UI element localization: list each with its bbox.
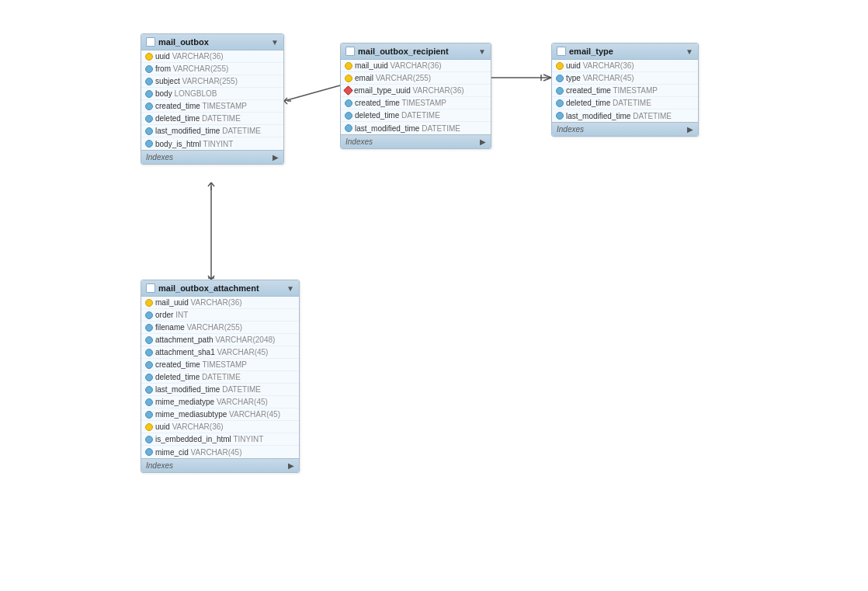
circle-icon bbox=[145, 65, 153, 73]
table-row[interactable]: uuid VARCHAR(36) bbox=[141, 421, 299, 433]
circle-icon bbox=[145, 411, 153, 419]
footer-label: Indexes bbox=[557, 125, 584, 134]
circle-icon bbox=[145, 336, 153, 344]
table-header-mail-outbox[interactable]: mail_outbox ▼ bbox=[141, 34, 283, 50]
key-icon bbox=[556, 62, 564, 70]
table-row[interactable]: created_time TIMESTAMP bbox=[141, 100, 283, 113]
table-mail-outbox[interactable]: mail_outbox ▼ uuid VARCHAR(36) from VARC… bbox=[141, 33, 284, 165]
table-footer-email-type[interactable]: Indexes ▶ bbox=[552, 122, 698, 136]
table-row[interactable]: mime_mediasubtype VARCHAR(45) bbox=[141, 408, 299, 421]
diagram-canvas: mail_outbox ▼ uuid VARCHAR(36) from VARC… bbox=[0, 0, 868, 591]
table-row[interactable]: created_time TIMESTAMP bbox=[341, 97, 491, 110]
table-row[interactable]: deleted_time DATETIME bbox=[141, 371, 299, 384]
table-row[interactable]: order INT bbox=[141, 309, 299, 322]
circle-icon bbox=[145, 78, 153, 85]
circle-icon bbox=[556, 87, 564, 95]
table-mail-outbox-attachment[interactable]: mail_outbox_attachment ▼ mail_uuid VARCH… bbox=[141, 280, 300, 473]
table-row[interactable]: deleted_time DATETIME bbox=[341, 110, 491, 122]
circle-icon bbox=[145, 140, 153, 148]
table-row[interactable]: attachment_path VARCHAR(2048) bbox=[141, 334, 299, 346]
table-title-mail-outbox-recipient: mail_outbox_recipient bbox=[358, 47, 475, 56]
circle-icon bbox=[145, 127, 153, 135]
table-row[interactable]: uuid VARCHAR(36) bbox=[552, 60, 698, 72]
table-body-mail-outbox-recipient: mail_uuid VARCHAR(36) email VARCHAR(255)… bbox=[341, 60, 491, 134]
field-text: body_is_html TINYINT bbox=[155, 140, 233, 148]
table-row[interactable]: last_modified_time DATETIME bbox=[141, 384, 299, 396]
table-row[interactable]: created_time TIMESTAMP bbox=[552, 85, 698, 97]
footer-expand-icon[interactable]: ▶ bbox=[480, 137, 486, 146]
table-row[interactable]: created_time TIMESTAMP bbox=[141, 359, 299, 371]
table-header-mail-outbox-attachment[interactable]: mail_outbox_attachment ▼ bbox=[141, 280, 299, 297]
table-row[interactable]: mail_uuid VARCHAR(36) bbox=[341, 60, 491, 72]
circle-icon bbox=[556, 75, 564, 82]
table-row[interactable]: body_is_html TINYINT bbox=[141, 137, 283, 150]
table-row[interactable]: last_modified_time DATETIME bbox=[552, 110, 698, 122]
table-title-mail-outbox: mail_outbox bbox=[158, 37, 268, 47]
circle-icon bbox=[145, 398, 153, 406]
field-text: deleted_time DATETIME bbox=[566, 99, 651, 107]
table-row[interactable]: uuid VARCHAR(36) bbox=[141, 50, 283, 63]
table-footer-mail-outbox[interactable]: Indexes ▶ bbox=[141, 150, 283, 164]
field-text: created_time TIMESTAMP bbox=[355, 99, 446, 107]
key-icon bbox=[145, 53, 153, 61]
field-text: order INT bbox=[155, 311, 188, 319]
table-footer-mail-outbox-attachment[interactable]: Indexes ▶ bbox=[141, 458, 299, 472]
table-row[interactable]: deleted_time DATETIME bbox=[141, 113, 283, 125]
table-body-mail-outbox-attachment: mail_uuid VARCHAR(36) order INT filename… bbox=[141, 297, 299, 458]
footer-label: Indexes bbox=[146, 461, 173, 470]
table-footer-mail-outbox-recipient[interactable]: Indexes ▶ bbox=[341, 134, 491, 148]
svg-line-1 bbox=[284, 98, 287, 101]
table-arrow-mail-outbox[interactable]: ▼ bbox=[271, 38, 279, 47]
circle-icon bbox=[145, 361, 153, 369]
table-row[interactable]: mime_cid VARCHAR(45) bbox=[141, 446, 299, 458]
field-text: deleted_time DATETIME bbox=[155, 373, 241, 381]
table-row[interactable]: last_modified_time DATETIME bbox=[141, 125, 283, 137]
table-header-mail-outbox-recipient[interactable]: mail_outbox_recipient ▼ bbox=[341, 43, 491, 60]
field-text: mime_cid VARCHAR(45) bbox=[155, 448, 242, 457]
table-row[interactable]: email VARCHAR(255) bbox=[341, 72, 491, 85]
footer-expand-icon[interactable]: ▶ bbox=[687, 125, 693, 134]
table-arrow-mail-outbox-recipient[interactable]: ▼ bbox=[478, 47, 486, 56]
table-mail-outbox-recipient[interactable]: mail_outbox_recipient ▼ mail_uuid VARCHA… bbox=[340, 43, 491, 149]
table-icon-mail-outbox-recipient bbox=[345, 47, 355, 56]
svg-line-6 bbox=[543, 78, 551, 81]
table-email-type[interactable]: email_type ▼ uuid VARCHAR(36) type VARCH… bbox=[551, 43, 699, 137]
circle-icon bbox=[345, 99, 352, 107]
footer-expand-icon[interactable]: ▶ bbox=[288, 461, 294, 470]
field-text: body LONGBLOB bbox=[155, 89, 217, 98]
circle-icon bbox=[345, 124, 352, 132]
key-icon bbox=[345, 62, 352, 70]
table-row[interactable]: deleted_time DATETIME bbox=[552, 97, 698, 110]
table-arrow-mail-outbox-attachment[interactable]: ▼ bbox=[286, 284, 294, 293]
field-text: last_modified_time DATETIME bbox=[155, 385, 261, 394]
field-text: attachment_sha1 VARCHAR(45) bbox=[155, 348, 268, 356]
key-icon bbox=[145, 299, 153, 307]
table-row[interactable]: from VARCHAR(255) bbox=[141, 63, 283, 75]
svg-line-11 bbox=[208, 183, 211, 186]
table-row[interactable]: body LONGBLOB bbox=[141, 88, 283, 100]
table-row[interactable]: filename VARCHAR(255) bbox=[141, 322, 299, 334]
circle-icon bbox=[145, 349, 153, 356]
field-text: deleted_time DATETIME bbox=[155, 114, 241, 123]
table-row[interactable]: last_modified_time DATETIME bbox=[341, 122, 491, 134]
table-row[interactable]: mail_uuid VARCHAR(36) bbox=[141, 297, 299, 309]
circle-icon bbox=[345, 112, 352, 120]
footer-label: Indexes bbox=[345, 137, 373, 146]
circle-icon bbox=[556, 112, 564, 120]
footer-expand-icon[interactable]: ▶ bbox=[273, 153, 279, 162]
table-row[interactable]: subject VARCHAR(255) bbox=[141, 75, 283, 88]
circle-icon bbox=[145, 311, 153, 319]
table-arrow-email-type[interactable]: ▼ bbox=[686, 47, 693, 56]
table-row[interactable]: is_embedded_in_html TINYINT bbox=[141, 433, 299, 446]
field-text: created_time TIMESTAMP bbox=[155, 360, 247, 369]
table-row[interactable]: email_type_uuid VARCHAR(36) bbox=[341, 85, 491, 97]
field-text: is_embedded_in_html TINYINT bbox=[155, 435, 263, 443]
table-row[interactable]: type VARCHAR(45) bbox=[552, 72, 698, 85]
field-text: type VARCHAR(45) bbox=[566, 74, 634, 82]
field-text: last_modified_time DATETIME bbox=[566, 112, 672, 120]
table-row[interactable]: attachment_sha1 VARCHAR(45) bbox=[141, 346, 299, 359]
table-row[interactable]: mime_mediatype VARCHAR(45) bbox=[141, 396, 299, 408]
field-text: created_time TIMESTAMP bbox=[155, 102, 247, 110]
field-text: mime_mediatype VARCHAR(45) bbox=[155, 398, 268, 406]
table-header-email-type[interactable]: email_type ▼ bbox=[552, 43, 698, 60]
